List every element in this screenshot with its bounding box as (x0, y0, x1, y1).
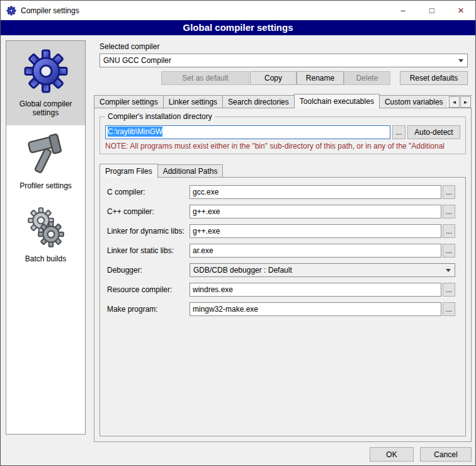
cpp-compiler-browse-button[interactable]: ... (443, 205, 455, 219)
debugger-value: GDB/CDB debugger : Default (193, 266, 292, 275)
tab-search-directories[interactable]: Search directories (222, 95, 295, 108)
field-row-resource-compiler: Resource compiler: ... (107, 283, 455, 297)
sidebar-item-label: Global compiler settings (8, 99, 83, 117)
rename-button[interactable]: Rename (297, 71, 344, 85)
dynamic-linker-label: Linker for dynamic libs: (107, 227, 190, 236)
field-row-cpp-compiler: C++ compiler: ... (107, 205, 455, 219)
chevron-down-icon (455, 54, 467, 67)
field-row-c-compiler: C compiler: ... (107, 185, 455, 199)
sidebar-item-batch-builds[interactable]: Batch builds (6, 198, 85, 271)
installation-directory-group: Compiler's installation directory C:\ray… (99, 116, 466, 154)
sidebar-item-label: Profiler settings (20, 181, 72, 190)
c-compiler-browse-button[interactable]: ... (443, 185, 455, 199)
tab-scroll-right-icon[interactable]: ► (460, 96, 471, 108)
make-program-input[interactable] (190, 302, 441, 316)
sidebar-item-label: Batch builds (25, 254, 66, 263)
window-title: Compiler settings (21, 6, 79, 15)
tab-toolchain-executables[interactable]: Toolchain executables (294, 94, 380, 108)
delete-button[interactable]: Delete (344, 71, 390, 85)
field-row-static-linker: Linker for static libs: ... (107, 244, 455, 258)
dynamic-linker-browse-button[interactable]: ... (443, 224, 455, 238)
installation-directory-row: C:\raylib\MinGW ... Auto-detect (105, 125, 460, 139)
tab-scroll-left-icon[interactable]: ◄ (449, 96, 460, 108)
bin-subdirectory-note: NOTE: All programs must exist either in … (105, 142, 460, 151)
field-row-make-program: Make program: ... (107, 302, 455, 316)
resource-compiler-input[interactable] (190, 283, 441, 297)
chevron-down-icon (442, 264, 455, 276)
stacked-gears-icon (23, 205, 69, 250)
debugger-dropdown[interactable]: GDB/CDB debugger : Default (190, 263, 455, 277)
tab-custom-variables[interactable]: Custom variables (379, 95, 449, 108)
toolchain-executables-panel: Compiler's installation directory C:\ray… (94, 108, 472, 442)
reset-defaults-button[interactable]: Reset defaults (400, 71, 468, 85)
installation-directory-group-title: Compiler's installation directory (105, 112, 215, 121)
cancel-button[interactable]: Cancel (420, 447, 472, 462)
tab-compiler-settings[interactable]: Compiler settings (94, 95, 164, 108)
profiler-hammer-icon (23, 132, 69, 177)
selected-compiler-value: GNU GCC Compiler (103, 56, 171, 65)
program-files-tab-strip: Program Files Additional Paths (99, 163, 466, 177)
sidebar-item-global-compiler-settings[interactable]: Global compiler settings (6, 41, 85, 125)
settings-category-sidebar: Global compiler settings Profiler settin… (6, 40, 86, 435)
sidebar-item-profiler-settings[interactable]: Profiler settings (6, 125, 85, 198)
make-program-browse-button[interactable]: ... (443, 302, 455, 316)
cpp-compiler-input[interactable] (190, 205, 441, 219)
resource-compiler-browse-button[interactable]: ... (443, 283, 455, 297)
ok-button[interactable]: OK (370, 447, 414, 462)
field-row-dynamic-linker: Linker for dynamic libs: ... (107, 224, 455, 238)
static-linker-browse-button[interactable]: ... (443, 244, 455, 258)
settings-tab-strip: Compiler settings Linker settings Search… (94, 94, 472, 108)
app-gear-icon (6, 6, 16, 16)
tab-linker-settings[interactable]: Linker settings (163, 95, 223, 108)
selected-compiler-dropdown[interactable]: GNU GCC Compiler (99, 54, 468, 67)
dynamic-linker-input[interactable] (190, 224, 441, 238)
c-compiler-label: C compiler: (107, 188, 190, 196)
installation-directory-browse-button[interactable]: ... (392, 125, 405, 139)
selected-compiler-label: Selected compiler (99, 42, 159, 51)
compiler-settings-window: Compiler settings – □ × Global compiler … (0, 0, 476, 466)
c-compiler-input[interactable] (190, 185, 441, 199)
static-linker-label: Linker for static libs: (107, 246, 190, 255)
installation-directory-input[interactable]: C:\raylib\MinGW (105, 125, 390, 139)
auto-detect-button[interactable]: Auto-detect (407, 125, 460, 139)
set-as-default-button[interactable]: Set as default (161, 71, 249, 85)
static-linker-input[interactable] (190, 244, 441, 258)
blue-gear-icon (22, 47, 70, 95)
cpp-compiler-label: C++ compiler: (107, 207, 190, 216)
field-row-debugger: Debugger: GDB/CDB debugger : Default (107, 263, 455, 277)
close-icon[interactable]: × (446, 1, 475, 20)
page-title: Global compiler settings (1, 20, 475, 35)
maximize-icon[interactable]: □ (417, 1, 446, 20)
resource-compiler-label: Resource compiler: (107, 285, 190, 294)
tab-scroll-buttons: ◄ ► (447, 96, 471, 108)
tab-additional-paths[interactable]: Additional Paths (157, 164, 224, 177)
make-program-label: Make program: (107, 305, 190, 314)
debugger-label: Debugger: (107, 266, 190, 275)
tab-program-files[interactable]: Program Files (99, 164, 158, 178)
titlebar: Compiler settings – □ × (1, 1, 475, 20)
installation-directory-value: C:\raylib\MinGW (108, 127, 162, 137)
copy-button[interactable]: Copy (250, 71, 297, 85)
minimize-icon[interactable]: – (388, 1, 417, 20)
program-files-panel: C compiler: ... C++ compiler: ... Linker… (99, 177, 466, 436)
caption-buttons: – □ × (388, 1, 475, 20)
